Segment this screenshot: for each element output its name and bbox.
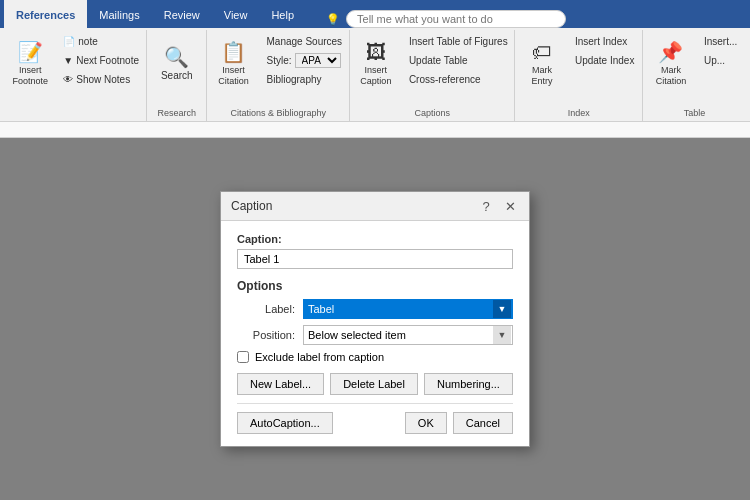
dialog-overlay: Caption ? ✕ Caption: Options Label:	[0, 138, 750, 500]
show-notes-icon: 👁	[63, 74, 73, 85]
label-action-row: New Label... Delete Label Numbering...	[237, 373, 513, 395]
index-buttons: 🏷 MarkEntry Insert Index Update Index	[517, 32, 641, 106]
insert-citation-icon: 📋	[221, 42, 246, 62]
ok-button[interactable]: OK	[405, 412, 447, 434]
autocaption-button[interactable]: AutoCaption...	[237, 412, 333, 434]
dialog-help-button[interactable]: ?	[477, 197, 495, 215]
cross-reference-button[interactable]: Cross-reference	[403, 70, 514, 88]
mark-entry-label: MarkEntry	[531, 65, 552, 87]
caption-input[interactable]	[237, 249, 513, 269]
insert-citation-label: InsertCitation	[218, 65, 249, 87]
dialog-body: Caption: Options Label: Tabel Figure Tab…	[221, 221, 529, 446]
show-notes-button[interactable]: 👁 Show Notes	[57, 70, 145, 88]
label-row: Label: Tabel Figure Table ▼	[237, 299, 513, 319]
footnotes-group: 📝 InsertFootnote 📄 note ▼ Next Footnote …	[4, 30, 147, 121]
search-buttons: 🔍 Search	[152, 32, 202, 106]
search-group: 🔍 Search Research	[147, 30, 207, 121]
exclude-label-checkbox[interactable]	[237, 351, 249, 363]
citations-group: 📋 InsertCitation Manage Sources Style: A…	[207, 30, 350, 121]
action-row: AutoCaption... OK Cancel	[237, 412, 513, 434]
citations-group-label: Citations & Bibliography	[231, 106, 327, 121]
style-apa-button[interactable]: Style: APA	[261, 51, 349, 69]
index-group-label: Index	[568, 106, 590, 121]
tell-me-input[interactable]	[346, 10, 566, 28]
insert-toa-button[interactable]: Insert...	[698, 32, 743, 50]
position-field-label: Position:	[237, 329, 295, 341]
caption-dialog: Caption ? ✕ Caption: Options Label:	[220, 191, 530, 447]
divider	[237, 403, 513, 404]
tab-references[interactable]: References	[4, 0, 87, 28]
caption-field-label: Caption:	[237, 233, 513, 245]
toa-small-buttons: Insert... Up...	[698, 32, 743, 69]
label-select[interactable]: Tabel Figure Table	[303, 299, 513, 319]
manage-sources-button[interactable]: Manage Sources	[261, 32, 349, 50]
insert-footnote-label: InsertFootnote	[13, 65, 49, 87]
footnotes-buttons: 📝 InsertFootnote 📄 note ▼ Next Footnote …	[5, 32, 145, 116]
insert-caption-button[interactable]: 🖼 InsertCaption	[351, 32, 401, 96]
bibliography-button[interactable]: Bibliography	[261, 70, 349, 88]
citations-small-buttons: Manage Sources Style: APA Bibliography	[261, 32, 349, 88]
mark-citation-icon: 📌	[658, 42, 683, 62]
dialog-titlebar: Caption ? ✕	[221, 192, 529, 221]
position-row: Position: Below selected item Above sele…	[237, 325, 513, 345]
tab-mailings[interactable]: Mailings	[87, 0, 151, 28]
ribbon: 📝 InsertFootnote 📄 note ▼ Next Footnote …	[0, 28, 750, 122]
style-label: Style:	[267, 55, 292, 66]
captions-group: 🖼 InsertCaption Insert Table of Figures …	[350, 30, 515, 121]
captions-group-label: Captions	[414, 106, 450, 121]
ruler	[0, 122, 750, 138]
position-select-wrapper: Below selected item Above selected item …	[303, 325, 513, 345]
insert-footnote-icon: 📝	[18, 42, 43, 62]
search-button[interactable]: 🔍 Search	[152, 32, 202, 96]
insert-footnote-button[interactable]: 📝 InsertFootnote	[5, 32, 55, 96]
ribbon-tab-bar: References Mailings Review View Help 💡	[0, 0, 750, 28]
update-table-button[interactable]: Update Table	[403, 51, 514, 69]
mark-citation-button[interactable]: 📌 MarkCitation	[646, 32, 696, 96]
mark-entry-icon: 🏷	[532, 42, 552, 62]
insert-citation-button[interactable]: 📋 InsertCitation	[209, 32, 259, 96]
tab-help[interactable]: Help	[259, 0, 306, 28]
captions-small-buttons: Insert Table of Figures Update Table Cro…	[403, 32, 514, 88]
dialog-close-button[interactable]: ✕	[501, 197, 519, 215]
lightbulb-icon: 💡	[326, 13, 340, 26]
insert-caption-label: InsertCaption	[360, 65, 391, 87]
update-index-button[interactable]: Update Index	[569, 51, 641, 69]
toa-group-label: Table	[684, 106, 706, 121]
search-icon: 🔍	[164, 47, 189, 67]
insert-index-button[interactable]: Insert Index	[569, 32, 641, 50]
toa-group: 📌 MarkCitation Insert... Up... Table	[643, 30, 746, 121]
options-label: Options	[237, 279, 513, 293]
tab-review[interactable]: Review	[152, 0, 212, 28]
search-label: Search	[161, 70, 193, 81]
index-small-buttons: Insert Index Update Index	[569, 32, 641, 69]
insert-table-figures-button[interactable]: Insert Table of Figures	[403, 32, 514, 50]
label-select-wrapper: Tabel Figure Table ▼	[303, 299, 513, 319]
endnote-icon: 📄	[63, 36, 75, 47]
document-area: Caption ? ✕ Caption: Options Label:	[0, 138, 750, 500]
position-select[interactable]: Below selected item Above selected item	[303, 325, 513, 345]
delete-label-button[interactable]: Delete Label	[330, 373, 418, 395]
dialog-title: Caption	[231, 199, 272, 213]
cancel-button[interactable]: Cancel	[453, 412, 513, 434]
citations-buttons: 📋 InsertCitation Manage Sources Style: A…	[209, 32, 349, 106]
style-select[interactable]: APA	[295, 53, 341, 68]
dialog-controls: ? ✕	[477, 197, 519, 215]
label-field-label: Label:	[237, 303, 295, 315]
mark-citation-label: MarkCitation	[656, 65, 687, 87]
footnote-small-buttons: 📄 note ▼ Next Footnote 👁 Show Notes	[57, 32, 145, 88]
app-window: References Mailings Review View Help 💡 📝…	[0, 0, 750, 500]
exclude-label-row: Exclude label from caption	[237, 351, 513, 363]
captions-buttons: 🖼 InsertCaption Insert Table of Figures …	[351, 32, 514, 106]
index-group: 🏷 MarkEntry Insert Index Update Index In…	[515, 30, 643, 121]
new-label-button[interactable]: New Label...	[237, 373, 324, 395]
insert-caption-icon: 🖼	[366, 42, 386, 62]
insert-endnote-button[interactable]: 📄 note	[57, 32, 145, 50]
update-toa-button[interactable]: Up...	[698, 51, 743, 69]
numbering-button[interactable]: Numbering...	[424, 373, 513, 395]
mark-entry-button[interactable]: 🏷 MarkEntry	[517, 32, 567, 96]
toa-buttons: 📌 MarkCitation Insert... Up...	[646, 32, 743, 106]
tab-view[interactable]: View	[212, 0, 260, 28]
exclude-label-text: Exclude label from caption	[255, 351, 384, 363]
research-label: Research	[157, 106, 196, 121]
next-footnote-button[interactable]: ▼ Next Footnote	[57, 51, 145, 69]
